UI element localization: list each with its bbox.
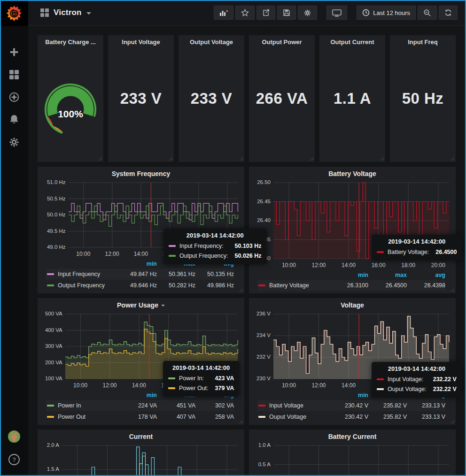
grafana-logo-icon[interactable]: [0, 0, 28, 26]
y-axis-label: 300 VA: [41, 343, 62, 349]
legend-max: 26.4500: [368, 282, 407, 289]
x-axis-label: 10:00: [282, 262, 296, 269]
y-axis-label: 236 V: [249, 311, 271, 316]
legend-series-name: Power In: [58, 402, 118, 409]
legend-header-avg[interactable]: avg: [407, 272, 445, 278]
help-icon: ?: [12, 456, 16, 463]
y-axis-label: 49.5 Hz: [44, 228, 66, 234]
stat-value: 233 V: [108, 35, 174, 162]
add-panel-button[interactable]: [214, 6, 233, 20]
dashboards-icon: [8, 69, 20, 82]
share-button[interactable]: [256, 6, 275, 20]
graph-tooltip: 2019-03-14 14:42:00Input Frequency:50.10…: [163, 229, 267, 264]
gauge: 100%: [38, 78, 103, 139]
y-axis-label: 500 VA: [41, 311, 62, 316]
dashboard-picker[interactable]: Victron: [40, 8, 91, 17]
y-axis-label: 50.0 Hz: [44, 212, 66, 217]
sidebar-item-alerting[interactable]: [0, 115, 28, 127]
legend-row[interactable]: Input Frequency49.847 Hz50.361 Hz50.135 …: [46, 269, 234, 280]
sidebar-item-explore[interactable]: [0, 92, 28, 104]
gauge-arc: 100%: [38, 78, 103, 139]
y-axis-label: 230 V: [249, 376, 271, 381]
legend-header-min[interactable]: min: [118, 392, 157, 399]
panel-title[interactable]: Battery Charge ...: [38, 38, 103, 46]
legend-min: 49.847 Hz: [118, 271, 157, 277]
panel-title[interactable]: Voltage: [249, 301, 456, 309]
panel-title[interactable]: Current: [38, 433, 244, 440]
legend-avg: 50.135 Hz: [195, 271, 234, 277]
refresh-button[interactable]: [439, 6, 458, 20]
chevron-down-icon: [86, 12, 91, 15]
avatar[interactable]: [8, 430, 21, 445]
tooltip-series-row: Battery Voltage:26.4500: [377, 247, 457, 257]
tooltip-series-row: Power Out:379 VA: [168, 383, 234, 393]
legend-row[interactable]: Output Frequency49.646 Hz50.282 Hz49.986…: [46, 280, 234, 291]
panel-title[interactable]: Power Usage: [38, 301, 244, 309]
star-button[interactable]: [235, 6, 255, 20]
share-icon: [262, 9, 270, 16]
legend-max: 451 VA: [157, 402, 195, 409]
legend-row[interactable]: Power In224 VA451 VA302 VA: [46, 400, 234, 411]
sidebar-item-configuration[interactable]: [0, 137, 28, 149]
grid-icon: [40, 8, 49, 17]
panel-title[interactable]: Battery Current: [249, 433, 456, 440]
graph-panel: Battery Voltage26.5026.4526.4026.3526.30…: [249, 167, 456, 293]
legend-header-min[interactable]: min: [330, 272, 368, 278]
legend-min: 230.42 V: [330, 402, 368, 409]
legend-max: 50.361 Hz: [157, 271, 195, 277]
legend-row[interactable]: Power Out178 VA407 VA258 VA: [46, 411, 234, 422]
legend-swatch-icon: [47, 284, 54, 286]
legend-min: 178 VA: [118, 414, 157, 420]
legend-series-name: Battery Voltage: [269, 282, 330, 289]
x-axis-label: 18:00: [401, 262, 415, 269]
legend-max: 235.82 V: [368, 402, 407, 409]
chart-plot[interactable]: [273, 445, 449, 476]
legend-row[interactable]: Ouput Voltage230.42 V235.82 V233.13 V: [257, 411, 445, 422]
legend-avg: 26.4398: [407, 282, 445, 289]
alerting-bell-icon: [9, 114, 19, 127]
dashboard-settings-button[interactable]: [298, 6, 317, 20]
legend-series-name: Input Voltage: [269, 402, 330, 409]
tooltip-swatch-icon: [168, 377, 175, 379]
stat-panel: Battery Charge ...100%: [38, 35, 103, 162]
save-icon: [283, 9, 290, 16]
legend-row[interactable]: Battery Voltage26.310026.450026.4398: [257, 280, 445, 291]
cycle-view-button[interactable]: [326, 6, 347, 20]
x-axis-label: 16:00: [372, 262, 386, 269]
zoom-out-button[interactable]: [418, 6, 437, 20]
legend-row[interactable]: Input Voltage230.42 V235.82 V233.13 V: [257, 400, 445, 411]
legend: minmaxavgBattery Voltage26.310026.450026…: [257, 270, 445, 291]
legend-avg: 49.986 Hz: [195, 282, 234, 289]
time-picker-button[interactable]: Last 12 hours: [357, 6, 416, 20]
tooltip-series-label: Ouput Voltage:: [388, 386, 427, 392]
chart-plot[interactable]: [62, 445, 238, 476]
help-button[interactable]: ?: [8, 453, 20, 468]
legend-avg: 258 VA: [195, 414, 234, 420]
panel-title[interactable]: Battery Voltage: [249, 170, 456, 177]
x-axis-label: 10:00: [76, 251, 90, 257]
y-axis-label: 26.45: [249, 199, 271, 204]
legend-max: 235.82 V: [368, 414, 407, 420]
gauge-value: 100%: [58, 108, 83, 119]
tooltip-swatch-icon: [377, 378, 384, 380]
legend-swatch-icon: [47, 273, 54, 275]
y-axis-label: 100 VA: [41, 376, 62, 381]
legend-header-min[interactable]: min: [330, 392, 368, 399]
stat-panel: Output Power266 VA: [249, 35, 315, 162]
legend-header-max[interactable]: max: [368, 272, 407, 278]
tooltip-time: 2019-03-14 14:42:00: [377, 238, 457, 245]
create-button[interactable]: [0, 47, 28, 59]
save-button[interactable]: [277, 6, 296, 20]
sidebar-item-dashboards[interactable]: [0, 69, 28, 82]
tooltip-swatch-icon: [377, 388, 384, 390]
x-axis-label: 10:00: [282, 382, 296, 389]
y-axis-label: 51.0 Hz: [44, 179, 66, 185]
tooltip-time: 2019-03-14 14:42:00: [377, 365, 457, 372]
y-axis-label: 234 V: [249, 332, 271, 338]
x-axis-label: 12:00: [105, 251, 119, 257]
series-line: [62, 456, 238, 476]
navbar: Victron Last 12 hours: [28, 0, 466, 26]
panel-title[interactable]: System Frequency: [38, 170, 244, 177]
y-axis-label: 0.5 A: [249, 461, 271, 467]
legend-header-min[interactable]: min: [118, 261, 157, 267]
